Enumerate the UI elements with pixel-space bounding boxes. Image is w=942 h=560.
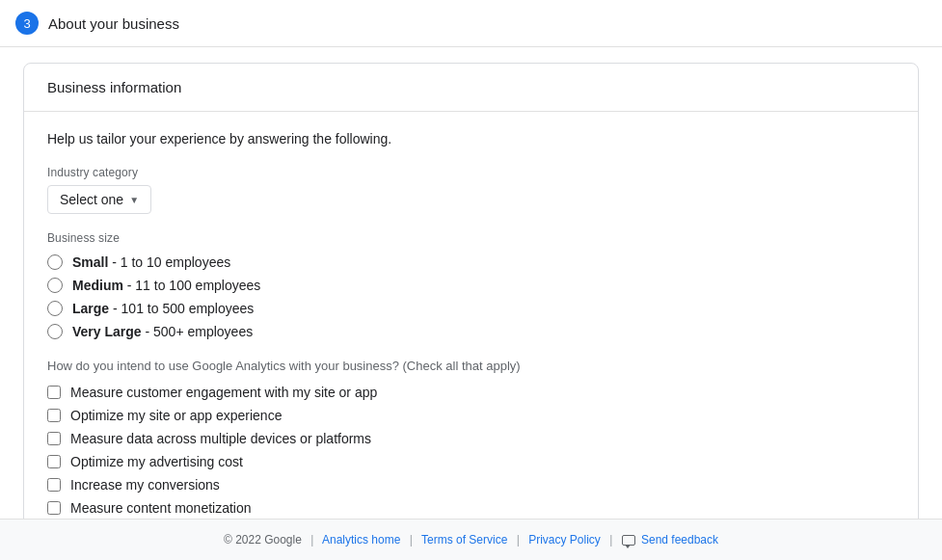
separator-2: | <box>410 533 413 547</box>
radio-item-very-large[interactable]: Very Large - 500+ employees <box>47 324 895 339</box>
checkbox-customer-engagement-label: Measure customer engagement with my site… <box>70 385 377 400</box>
terms-link[interactable]: Terms of Service <box>421 533 507 547</box>
separator-1: | <box>310 533 313 547</box>
separator-3: | <box>517 533 520 547</box>
radio-large[interactable] <box>47 301 63 316</box>
business-size-label: Business size <box>47 231 895 245</box>
checkbox-advertising[interactable]: Optimize my advertising cost <box>47 454 895 469</box>
radio-label-very-large: Very Large - 500+ employees <box>72 324 253 339</box>
step-header: 3 About your business <box>0 0 942 47</box>
checkbox-advertising-input[interactable] <box>47 455 61 468</box>
checkbox-multiple-devices[interactable]: Measure data across multiple devices or … <box>47 431 895 446</box>
checkbox-optimize-site[interactable]: Optimize my site or app experience <box>47 408 895 423</box>
checkbox-optimize-site-label: Optimize my site or app experience <box>70 408 282 423</box>
chevron-down-icon: ▼ <box>129 195 139 205</box>
feedback-link[interactable]: Send feedback <box>641 533 718 547</box>
main-content: Business information Help us tailor your… <box>0 47 942 560</box>
feedback-icon <box>622 535 635 546</box>
checkbox-customer-engagement-input[interactable] <box>47 386 61 399</box>
checkbox-customer-engagement[interactable]: Measure customer engagement with my site… <box>47 385 895 400</box>
checkbox-conversions-input[interactable] <box>47 478 61 492</box>
step-title: About your business <box>48 15 179 32</box>
radio-item-large[interactable]: Large - 101 to 500 employees <box>47 301 895 316</box>
usage-question: How do you intend to use Google Analytic… <box>47 359 895 373</box>
industry-category-dropdown[interactable]: Select one ▼ <box>47 185 151 214</box>
radio-label-small: Small - 1 to 10 employees <box>72 254 230 270</box>
checkbox-content-monetization-input[interactable] <box>47 501 61 515</box>
industry-category-label: Industry category <box>47 166 895 179</box>
help-text: Help us tailor your experience by answer… <box>47 131 895 147</box>
radio-item-medium[interactable]: Medium - 11 to 100 employees <box>47 278 895 293</box>
separator-4: | <box>609 533 612 547</box>
checkbox-advertising-label: Optimize my advertising cost <box>70 454 243 469</box>
footer: © 2022 Google | Analytics home | Terms o… <box>0 519 942 560</box>
copyright-text: © 2022 Google <box>224 533 302 547</box>
radio-small[interactable] <box>47 254 63 270</box>
card-header: Business information <box>24 64 918 112</box>
radio-label-medium: Medium - 11 to 100 employees <box>72 278 260 293</box>
analytics-home-link[interactable]: Analytics home <box>322 533 400 547</box>
checkbox-content-monetization-label: Measure content monetization <box>70 500 252 516</box>
checkbox-conversions-label: Increase my conversions <box>70 477 220 493</box>
business-size-radio-group: Small - 1 to 10 employees Medium - 11 to… <box>47 254 895 339</box>
business-info-card: Business information Help us tailor your… <box>23 63 919 560</box>
card-body: Help us tailor your experience by answer… <box>24 112 918 560</box>
step-badge: 3 <box>15 12 39 35</box>
radio-very-large[interactable] <box>47 324 63 339</box>
radio-medium[interactable] <box>47 278 63 293</box>
checkbox-conversions[interactable]: Increase my conversions <box>47 477 895 493</box>
checkbox-optimize-site-input[interactable] <box>47 409 61 422</box>
radio-item-small[interactable]: Small - 1 to 10 employees <box>47 254 895 270</box>
privacy-link[interactable]: Privacy Policy <box>528 533 601 547</box>
checkbox-content-monetization[interactable]: Measure content monetization <box>47 500 895 516</box>
select-one-text: Select one <box>60 192 123 207</box>
checkbox-multiple-devices-input[interactable] <box>47 432 61 445</box>
radio-label-large: Large - 101 to 500 employees <box>72 301 254 316</box>
checkbox-multiple-devices-label: Measure data across multiple devices or … <box>70 431 371 446</box>
